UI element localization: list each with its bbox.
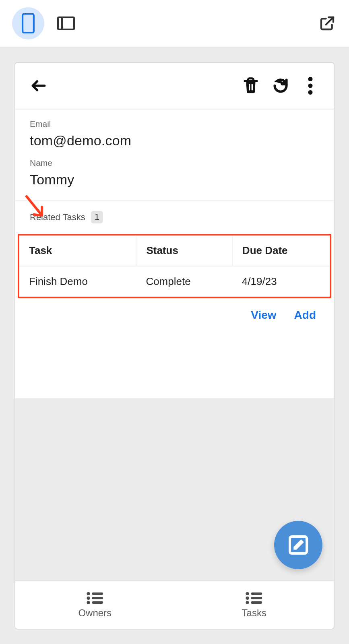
nav-tasks-label: Tasks [242, 607, 266, 619]
nav-owners[interactable]: Owners [15, 581, 175, 629]
email-field: Email tom@demo.com [30, 119, 319, 149]
open-external-icon [319, 15, 335, 31]
refresh-button[interactable] [268, 74, 293, 98]
related-tasks-title: Related Tasks [30, 212, 85, 223]
cell-task: Finish Demo [19, 266, 136, 297]
edit-fab[interactable] [274, 521, 322, 569]
svg-rect-17 [251, 597, 262, 599]
related-tasks-header: Related Tasks 1 [27, 211, 322, 223]
svg-rect-10 [92, 592, 103, 595]
related-tasks-actions: View Add [27, 298, 322, 322]
svg-rect-16 [251, 592, 262, 595]
add-link[interactable]: Add [294, 309, 316, 322]
nav-tasks[interactable]: Tasks [175, 581, 334, 629]
list-icon [245, 591, 263, 605]
trash-icon [243, 77, 259, 95]
list-icon [86, 591, 104, 605]
phone-icon [21, 13, 35, 33]
nav-owners-label: Owners [78, 607, 112, 619]
tablet-preview-button[interactable] [56, 14, 76, 33]
related-tasks-count-badge: 1 [91, 211, 103, 223]
preview-stage: Email tom@demo.com Name Tommy Related Ta… [0, 47, 349, 644]
col-status[interactable]: Status [136, 235, 232, 266]
open-external-button[interactable] [318, 14, 337, 33]
cell-due-date: 4/19/23 [232, 266, 330, 297]
svg-rect-11 [92, 597, 103, 599]
svg-point-13 [246, 592, 249, 595]
email-label: Email [30, 119, 319, 129]
email-value: tom@demo.com [30, 133, 319, 149]
table-header-row: Task Status Due Date [19, 235, 330, 266]
svg-point-7 [87, 592, 90, 595]
svg-point-5 [308, 90, 313, 95]
bottom-nav: Owners Tasks [15, 580, 334, 629]
cell-status: Complete [136, 266, 232, 297]
phone-preview-button[interactable] [12, 7, 44, 39]
refresh-icon [272, 77, 289, 95]
content-whitespace [15, 322, 334, 398]
svg-rect-1 [58, 17, 74, 29]
svg-rect-18 [251, 601, 262, 604]
col-task[interactable]: Task [19, 235, 136, 266]
svg-point-8 [87, 597, 90, 600]
svg-rect-0 [23, 14, 34, 33]
name-field: Name Tommy [30, 158, 319, 188]
content-gray-fill [15, 398, 334, 580]
detail-fields: Email tom@demo.com Name Tommy [15, 109, 334, 201]
preview-toolbar [0, 0, 349, 47]
app-header [15, 63, 334, 109]
svg-point-15 [246, 601, 249, 604]
table-row[interactable]: Finish Demo Complete 4/19/23 [19, 266, 330, 297]
edit-icon [287, 534, 310, 556]
svg-point-4 [308, 84, 313, 88]
related-tasks-section: Related Tasks 1 Task Status Due Date Fin [15, 201, 334, 322]
svg-rect-12 [92, 601, 103, 604]
delete-button[interactable] [239, 74, 263, 98]
col-due-date[interactable]: Due Date [232, 235, 330, 266]
svg-point-14 [246, 597, 249, 600]
svg-point-3 [308, 77, 313, 81]
tablet-icon [57, 17, 75, 30]
arrow-left-icon [30, 77, 47, 95]
more-vertical-icon [308, 77, 313, 95]
name-value: Tommy [30, 172, 319, 188]
related-tasks-table-highlight: Task Status Due Date Finish Demo Complet… [18, 234, 331, 298]
more-menu-button[interactable] [298, 74, 322, 98]
content-area [15, 322, 334, 580]
back-button[interactable] [27, 74, 51, 98]
related-tasks-table: Task Status Due Date Finish Demo Complet… [19, 235, 330, 297]
view-link[interactable]: View [251, 309, 276, 322]
phone-card: Email tom@demo.com Name Tommy Related Ta… [14, 62, 335, 630]
name-label: Name [30, 158, 319, 168]
svg-point-9 [87, 601, 90, 604]
